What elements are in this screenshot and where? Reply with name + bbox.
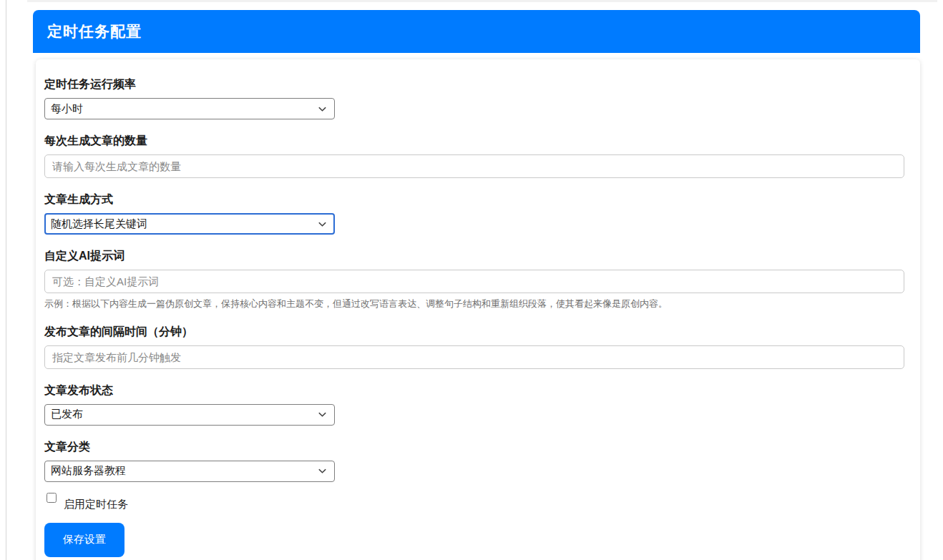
chevron-down-icon bbox=[317, 466, 328, 476]
field-publish-status: 文章发布状态 已发布 bbox=[44, 383, 904, 426]
ai-prompt-input[interactable] bbox=[44, 270, 904, 293]
ai-prompt-hint: 示例：根据以下内容生成一篇伪原创文章，保持核心内容和主题不变，但通过改写语言表达… bbox=[44, 298, 904, 310]
frequency-select[interactable]: 每小时 bbox=[44, 98, 335, 119]
publish-status-select[interactable]: 已发布 bbox=[44, 404, 335, 426]
config-card: 定时任务运行频率 每小时 每次生成文章的数量 文章生成方式 随机选择长尾关键词 bbox=[36, 59, 920, 560]
field-label-article-count: 每次生成文章的数量 bbox=[44, 134, 904, 149]
field-publish-interval: 发布文章的间隔时间（分钟） bbox=[44, 325, 904, 369]
frequency-select-value: 每小时 bbox=[51, 102, 83, 116]
field-frequency: 定时任务运行频率 每小时 bbox=[44, 77, 904, 119]
field-label-ai-prompt: 自定义AI提示词 bbox=[44, 249, 904, 264]
enable-task-row: 启用定时任务 bbox=[44, 492, 904, 511]
article-category-select-value: 网站服务器教程 bbox=[51, 464, 126, 478]
field-label-publish-status: 文章发布状态 bbox=[44, 383, 904, 398]
field-ai-prompt: 自定义AI提示词 示例：根据以下内容生成一篇伪原创文章，保持核心内容和主题不变，… bbox=[44, 249, 904, 310]
field-label-article-category: 文章分类 bbox=[44, 440, 904, 455]
article-category-select[interactable]: 网站服务器教程 bbox=[44, 461, 335, 482]
field-article-category: 文章分类 网站服务器教程 bbox=[44, 440, 904, 482]
save-settings-button[interactable]: 保存设置 bbox=[44, 523, 124, 557]
chevron-down-icon bbox=[317, 219, 328, 230]
publish-interval-input[interactable] bbox=[44, 345, 904, 369]
article-count-input[interactable] bbox=[44, 154, 904, 178]
publish-status-select-value: 已发布 bbox=[51, 408, 83, 421]
enable-task-checkbox[interactable] bbox=[47, 493, 57, 503]
chevron-down-icon bbox=[317, 104, 328, 114]
page: 定时任务配置 定时任务运行频率 每小时 每次生成文章的数量 文章生成方式 随机选… bbox=[0, 0, 943, 560]
page-title: 定时任务配置 bbox=[47, 21, 142, 41]
field-label-frequency: 定时任务运行频率 bbox=[44, 77, 904, 92]
panel-header: 定时任务配置 bbox=[33, 10, 920, 53]
left-divider bbox=[6, 0, 6, 560]
generation-method-select[interactable]: 随机选择长尾关键词 bbox=[44, 213, 335, 235]
field-label-generation-method: 文章生成方式 bbox=[44, 192, 904, 207]
field-generation-method: 文章生成方式 随机选择长尾关键词 bbox=[44, 192, 904, 235]
field-label-publish-interval: 发布文章的间隔时间（分钟） bbox=[44, 325, 904, 340]
top-edge-strip bbox=[27, 0, 937, 2]
chevron-down-icon bbox=[317, 409, 328, 420]
enable-task-label: 启用定时任务 bbox=[64, 492, 128, 511]
field-article-count: 每次生成文章的数量 bbox=[44, 134, 904, 178]
generation-method-select-value: 随机选择长尾关键词 bbox=[51, 217, 147, 231]
